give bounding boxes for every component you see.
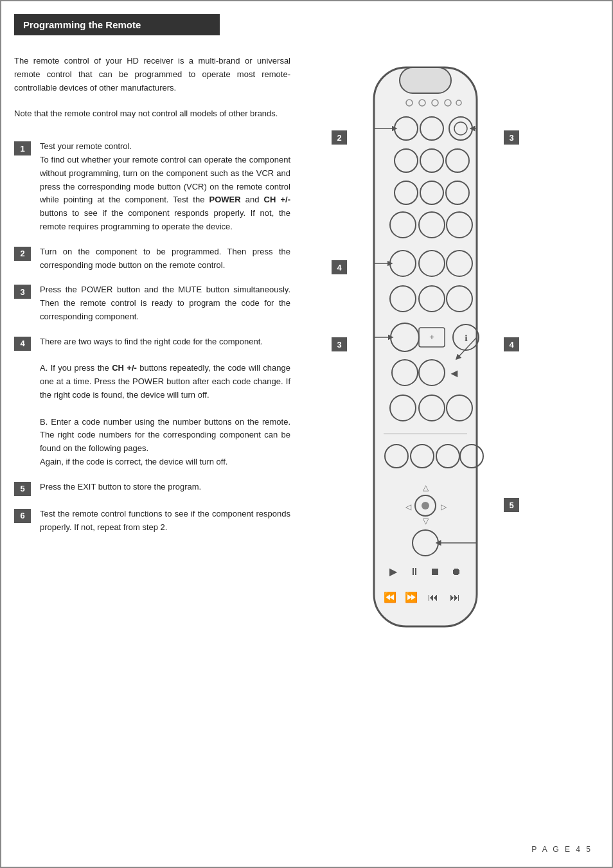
step-4-text: There are two ways to find the right cod… [40,335,290,469]
step-6-number: 6 [14,509,31,523]
remote-svg: + ℹ ◄ [355,61,496,639]
svg-text:▽: ▽ [423,517,429,526]
callout-3-mid: 3 [332,337,347,351]
svg-rect-1 [400,67,451,93]
svg-point-45 [422,502,429,509]
callout-2-label: 2 [337,133,341,143]
intro-para2: Note that the remote control may not con… [14,107,290,121]
svg-text:⏸: ⏸ [409,566,420,577]
callout-4-left: 4 [332,260,347,274]
page-title: Programming the Remote [23,19,141,30]
content-area: The remote control of your HD receiver i… [14,55,599,641]
svg-text:⏩: ⏩ [405,591,418,603]
svg-text:⏹: ⏹ [430,566,440,577]
svg-text:ℹ: ℹ [465,333,468,343]
svg-text:+: + [429,332,434,342]
svg-text:▶: ▶ [389,566,398,577]
step-2: 2 Turn on the component to be programmed… [14,245,290,272]
callout-4-right: 4 [504,337,519,351]
callout-4-right-label: 4 [509,340,513,350]
page-number: P A G E 4 5 [531,845,592,854]
callout-3-top: 3 [504,130,519,145]
svg-text:⏺: ⏺ [451,566,461,577]
callout-3-mid-label: 3 [337,340,341,350]
svg-text:⏪: ⏪ [384,591,396,603]
svg-text:⏭: ⏭ [450,592,460,603]
callout-4-left-label: 4 [337,263,341,272]
step-2-number: 2 [14,247,31,261]
svg-text:◁: ◁ [405,502,412,511]
intro-para1: The remote control of your HD receiver i… [14,55,290,94]
callout-2: 2 [332,130,347,145]
step-1-text: Test your remote control. To find out wh… [40,140,290,234]
svg-text:△: △ [423,483,429,492]
right-column: 2 3 4 3 4 5 [303,55,547,641]
callout-3-top-label: 3 [509,133,513,143]
step-6: 6 Test the remote control functions to s… [14,508,290,535]
step-2-text: Turn on the component to be programmed. … [40,245,290,272]
callout-5: 5 [504,498,519,512]
step-4-number: 4 [14,337,31,351]
page: Programming the Remote The remote contro… [0,0,613,868]
step-1-number: 1 [14,141,31,155]
page-header: Programming the Remote [14,14,220,35]
step-5-number: 5 [14,482,31,496]
svg-text:▷: ▷ [441,502,447,511]
step-5: 5 Press the EXIT button to store the pro… [14,481,290,496]
remote-diagram: 2 3 4 3 4 5 [355,61,496,641]
svg-text:⏮: ⏮ [428,592,438,603]
step-3-number: 3 [14,285,31,299]
left-column: The remote control of your HD receiver i… [14,55,290,641]
svg-text:◄: ◄ [449,367,460,380]
step-4: 4 There are two ways to find the right c… [14,335,290,469]
step-6-text: Test the remote control functions to see… [40,508,290,535]
callout-5-label: 5 [509,500,513,510]
step-1: 1 Test your remote control. To find out … [14,140,290,234]
step-3-text: Press the POWER button and the MUTE butt… [40,283,290,323]
step-5-text: Press the EXIT button to store the progr… [40,481,201,494]
step-3: 3 Press the POWER button and the MUTE bu… [14,283,290,323]
